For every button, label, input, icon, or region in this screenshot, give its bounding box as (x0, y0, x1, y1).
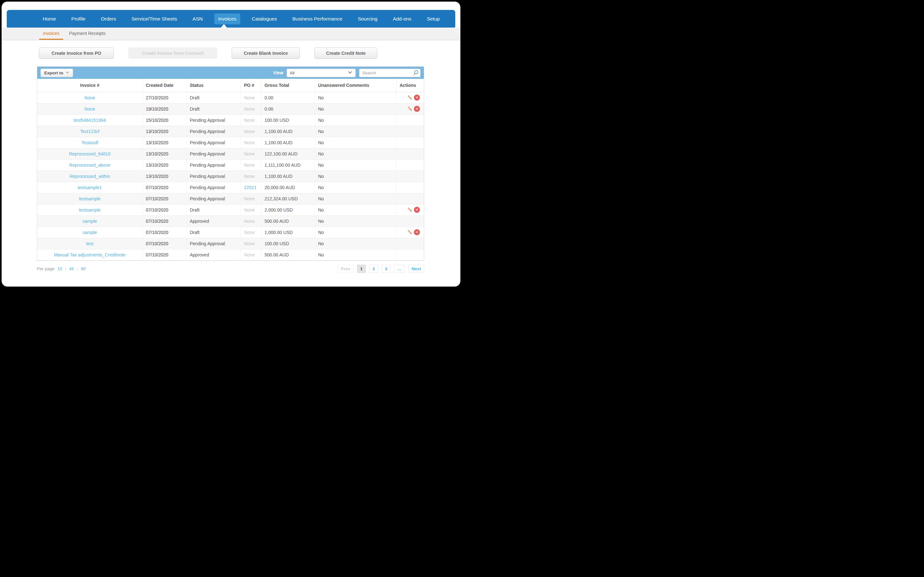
per-page-45-link[interactable]: 45 (69, 266, 74, 271)
cell-gross: 0.00 (261, 103, 315, 114)
tab-payment-receipts[interactable]: Payment Receipts (65, 27, 110, 40)
table-row: Reprocessed_above13/10/2020Pending Appro… (37, 159, 424, 171)
cell-status: Pending Approval (186, 126, 241, 137)
nav-item-service-time-sheets[interactable]: Service/Time Sheets (128, 13, 181, 24)
column-header-gross-total: Gross Total (261, 79, 315, 92)
per-page-90-link[interactable]: 90 (81, 266, 86, 271)
table-row: None19/10/2020DraftNone0.00No✕ (37, 103, 424, 114)
cell-date: 13/10/2020 (142, 171, 186, 182)
search-input[interactable] (359, 69, 421, 77)
nav-item-setup[interactable]: Setup (423, 13, 444, 24)
invoice-link[interactable]: Manual Tax adjustments_Creditnote (54, 252, 126, 258)
cell-comments: No (315, 103, 396, 114)
table-row: Test123cf13/10/2020Pending ApprovalNone1… (37, 126, 424, 137)
cell-date: 07/10/2020 (142, 215, 186, 227)
tab-invoices[interactable]: Invoices (39, 27, 63, 40)
invoice-link[interactable]: sample (82, 230, 97, 235)
edit-invoice-pencil-icon[interactable] (407, 229, 413, 235)
create-blank-invoice-button[interactable]: Create Blank Invoice (232, 47, 300, 59)
nav-item-business-performance[interactable]: Business Performance (288, 13, 346, 24)
nav-item-asn[interactable]: ASN (189, 13, 207, 24)
nav-item-sourcing[interactable]: Sourcing (354, 13, 381, 24)
view-select[interactable]: All (286, 69, 356, 77)
invoice-link[interactable]: sample (82, 219, 97, 224)
table-row: Testasdf13/10/2020Pending ApprovalNone1,… (37, 137, 424, 148)
next-page-button[interactable]: Next (409, 265, 424, 273)
nav-item-add-ons[interactable]: Add-ons (389, 13, 415, 24)
cell-actions (396, 126, 424, 137)
table-row: test07/10/2020Pending ApprovalNone100.00… (37, 238, 424, 249)
cell-date: 07/10/2020 (142, 204, 186, 215)
delete-invoice-icon[interactable]: ✕ (414, 229, 420, 235)
po-none-text: None (244, 118, 255, 123)
export-to-button[interactable]: Export to (40, 69, 73, 77)
cell-status: Pending Approval (186, 238, 241, 249)
create-invoice-from-po-button[interactable]: Create Invoice from PO (39, 47, 114, 59)
po-none-text: None (244, 95, 255, 100)
edit-invoice-pencil-icon[interactable] (407, 95, 413, 101)
cell-comments: No (315, 137, 396, 148)
cell-actions: ✕ (396, 103, 424, 114)
column-header-created-date: Created Date (142, 79, 186, 92)
separator: | (65, 266, 66, 271)
nav-item-catalogues[interactable]: Catalogues (248, 13, 281, 24)
po-none-text: None (244, 252, 255, 258)
search-box (359, 69, 421, 77)
cell-status: Approved (186, 215, 241, 227)
invoice-link[interactable]: None (84, 106, 95, 111)
po-none-text: None (244, 140, 255, 145)
invoice-link[interactable]: Test123cf (80, 129, 99, 134)
cell-comments: No (315, 193, 396, 204)
app-window: HomeProfileOrdersService/Time SheetsASNI… (2, 2, 460, 287)
nav-item-home[interactable]: Home (39, 13, 60, 24)
edit-invoice-pencil-icon[interactable] (407, 106, 413, 112)
nav-item-profile[interactable]: Profile (67, 13, 89, 24)
delete-invoice-icon[interactable]: ✕ (414, 106, 420, 112)
cell-gross: 1,000.00 USD (261, 227, 315, 238)
pagination: Prev123…Next (338, 265, 424, 273)
invoice-link[interactable]: testsample1 (78, 185, 102, 190)
cell-status: Pending Approval (186, 193, 241, 204)
po-none-text: None (244, 207, 255, 213)
table-row: testsample107/10/2020Pending Approval225… (37, 182, 424, 193)
invoice-link[interactable]: testsample (79, 207, 101, 213)
page-3-button[interactable]: 3 (382, 265, 391, 273)
cell-gross: 1,100.00 AUD (261, 171, 315, 182)
invoice-link[interactable]: testsample (79, 196, 101, 201)
cell-date: 07/10/2020 (142, 238, 186, 249)
cell-comments: No (315, 92, 396, 103)
invoice-link[interactable]: Reprocessed_above (69, 163, 110, 168)
main-nav: HomeProfileOrdersService/Time SheetsASNI… (7, 10, 455, 27)
delete-invoice-icon[interactable]: ✕ (414, 207, 420, 213)
page-2-button[interactable]: 2 (369, 265, 378, 273)
nav-item-orders[interactable]: Orders (97, 13, 120, 24)
more-pages-button[interactable]: … (394, 265, 405, 273)
cell-date: 07/10/2020 (142, 182, 186, 193)
po-none-text: None (244, 174, 255, 179)
cell-date: 07/10/2020 (142, 193, 186, 204)
column-header-po: PO # (241, 79, 261, 92)
delete-invoice-icon[interactable]: ✕ (414, 95, 420, 101)
cell-comments: No (315, 238, 396, 249)
create-credit-note-button[interactable]: Create Credit Note (314, 47, 377, 59)
cell-date: 13/10/2020 (142, 137, 186, 148)
po-none-text: None (244, 241, 255, 246)
invoice-link[interactable]: Testasdf (81, 140, 98, 145)
per-page-15-link[interactable]: 15 (57, 266, 62, 271)
cell-actions (396, 249, 424, 260)
cell-gross: 1,111,100.00 AUD (261, 159, 315, 171)
table-row: None27/10/2020DraftNone0.00No✕ (37, 92, 424, 103)
invoice-link[interactable]: Reprocessed_within (69, 174, 110, 179)
invoice-link[interactable]: test5484151984 (74, 118, 106, 123)
invoice-link[interactable]: test (86, 241, 94, 246)
invoice-link[interactable]: Reprocessed_64810 (69, 151, 110, 156)
edit-invoice-pencil-icon[interactable] (407, 207, 413, 213)
cell-comments: No (315, 159, 396, 171)
cell-comments: No (315, 148, 396, 159)
per-page-control: Per page 15|45|90 (37, 266, 86, 271)
search-icon[interactable] (412, 69, 419, 77)
cell-actions (396, 238, 424, 249)
po-link[interactable]: 22521 (244, 185, 257, 190)
invoice-link[interactable]: None (84, 95, 95, 100)
nav-item-invoices[interactable]: Invoices (214, 13, 240, 24)
